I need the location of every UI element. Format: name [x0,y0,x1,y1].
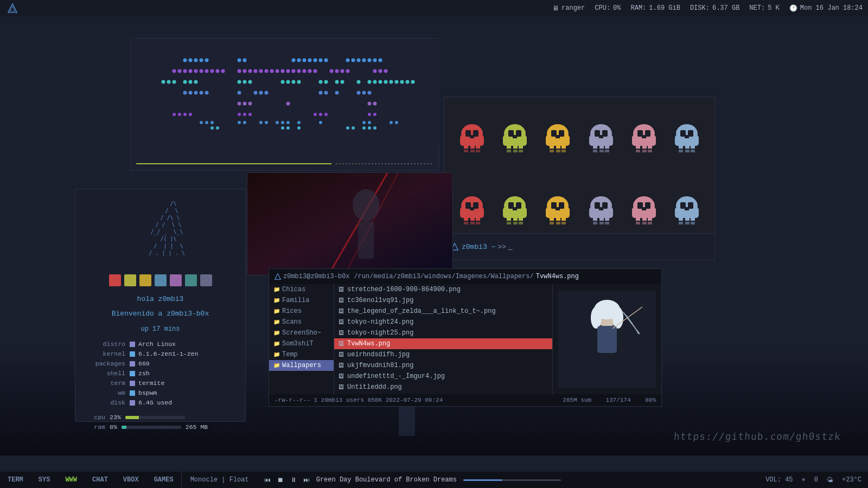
ranger-dir-item[interactable]: 📁Rices [269,306,334,317]
ranger-file-item[interactable]: 🖼ukjfmvudnih81.png [334,360,552,371]
cpu-stat: CPU: 0% [595,4,621,12]
svg-rect-100 [561,222,566,224]
desktop: z0mbi3 ~ >> _ /\ / \ / /\ \ / / \ \ /_/ … [0,16,868,472]
ranger-file-item[interactable]: 🖼the_legend_of_zelda___a_link_to_t~.png [334,306,552,317]
svg-rect-34 [561,150,566,152]
ranger-file-item[interactable]: 🖼undefinetttd_-_Imgur4.jpg [334,371,552,382]
ranger-window[interactable]: z0mbi3@z0mbi3-b0x /run/media/z0mbi3/wind… [269,268,662,407]
ranger-titlebar: z0mbi3@z0mbi3-b0x /run/media/z0mbi3/wind… [269,269,661,284]
skull-icon [495,105,534,173]
svg-rect-39 [605,143,609,149]
ranger-file-item[interactable]: 🖼tokyo-night24.png [334,317,552,328]
svg-rect-11 [470,150,475,152]
ranger-body: 📁Chicas📁Familia📁Rices📁Scans📁ScreenSho~📁S… [269,284,661,394]
tab-games[interactable]: GAMES [146,472,181,488]
folder-icon: 📁 [273,319,280,325]
workspace-tabs[interactable]: TERM SYS WWW CHAT VBOX GAMES [0,472,181,488]
player-progress-bar[interactable] [463,479,561,481]
svg-rect-61 [691,143,695,149]
svg-rect-55 [642,150,647,152]
player-pause[interactable]: ⏸ [290,476,297,484]
folder-icon: 📁 [273,341,280,347]
folder-icon: 📁 [273,362,280,369]
music-visualizer [131,38,439,144]
folder-icon: 📁 [273,308,280,314]
tab-chat[interactable]: CHAT [85,472,116,488]
svg-point-144 [591,307,602,329]
svg-rect-12 [476,150,480,152]
player-stop[interactable]: ⏹ [277,476,284,484]
svg-rect-65 [679,150,683,152]
svg-rect-37 [593,143,597,149]
ranger-dir-item[interactable]: 📁Temp [269,349,334,360]
svg-rect-42 [599,135,603,138]
file-icon: 🖼 [339,308,344,314]
svg-rect-10 [464,150,468,152]
svg-rect-126 [685,215,690,221]
clock: 🕐 Mon 16 Jan 18:24 [789,4,863,12]
svg-rect-27 [556,143,560,149]
color-swatch [109,274,121,286]
ranger-dir-item[interactable]: 📁Chicas [269,284,334,295]
ram-stat: RAM: 1.69 GiB [631,4,680,12]
tab-term[interactable]: TERM [0,472,31,488]
svg-rect-114 [636,215,640,221]
ranger-file-item[interactable]: 🖼Untitleddd.png [334,382,552,393]
ranger-path-file: TvwN4ws.png [536,273,579,280]
svg-rect-9 [470,135,474,138]
ranger-dir-item[interactable]: 📁Wallpapers [269,360,334,371]
svg-rect-111 [605,222,609,224]
svg-rect-59 [679,143,683,149]
brightness-icon: ☀ [802,476,806,484]
svg-rect-66 [685,150,690,152]
topbar: 🖥 ranger CPU: 0% RAM: 1.69 GiB DISK: 6.3… [0,0,868,16]
svg-rect-70 [464,215,468,221]
preview-image [558,291,656,388]
ranger-fileinfo: -rw-r--r-- 1 z0mbi3 users 858K 2022-07-2… [275,397,443,403]
svg-rect-97 [556,207,560,210]
anime-window [247,172,453,275]
folder-icon: 📁 [273,351,280,358]
svg-rect-6 [476,143,480,149]
svg-rect-32 [550,150,554,152]
media-player[interactable]: ⏮ ⏹ ⏸ ⏭ Green Day Boulevard of Broken Dr… [258,476,759,484]
ranger-file-item[interactable]: 🖼TvwN4ws.png [334,338,552,349]
svg-rect-116 [648,215,652,221]
ranger-label: 🖥 ranger [552,4,585,12]
ranger-dir-item[interactable]: 📁Som3shiT [269,338,334,349]
svg-rect-45 [605,150,609,152]
svg-rect-87 [507,222,511,224]
uptime: up 17 mins [86,325,234,333]
svg-rect-88 [513,222,518,224]
ranger-file-item[interactable]: 🖼ueirhndsdifh.jpg [334,349,552,360]
ranger-file-item[interactable]: 🖼tc36enol1vq91.jpg [334,295,552,306]
svg-rect-21 [507,150,511,152]
ranger-dir-item[interactable]: 📁ScreenSho~ [269,328,334,338]
svg-rect-77 [470,222,475,224]
file-icon: 🖼 [339,297,344,304]
ranger-file-item[interactable]: 🖼stretched-1600-900-864900.png [334,284,552,295]
file-icon: 🖼 [339,373,344,380]
svg-rect-17 [519,143,523,149]
svg-rect-67 [691,150,695,152]
svg-rect-150 [399,403,415,436]
svg-rect-146 [597,326,617,353]
ranger-dir-item[interactable]: 📁Familia [269,295,334,306]
tab-vbox[interactable]: VBOX [116,472,146,488]
tab-sys[interactable]: SYS [31,472,58,488]
ram-bar: ram 8% 265 MB [86,423,234,431]
folder-icon: 📁 [273,286,280,293]
svg-rect-33 [556,150,560,152]
ranger-dir-item[interactable]: 📁Scans [269,317,334,328]
svg-rect-105 [605,215,609,221]
player-next[interactable]: ⏭ [303,476,310,484]
anime-background [247,173,452,275]
arch-logo-icon [8,3,17,13]
player-song: Green Day Boulevard of Broken Dreams [316,476,457,484]
ranger-file-item[interactable]: 🖼tokyo-night25.png [334,328,552,338]
player-prev[interactable]: ⏮ [264,476,271,484]
file-icon: 🖼 [339,286,344,293]
tab-www[interactable]: WWW [58,472,85,488]
svg-rect-98 [550,222,554,224]
svg-rect-108 [599,207,603,210]
